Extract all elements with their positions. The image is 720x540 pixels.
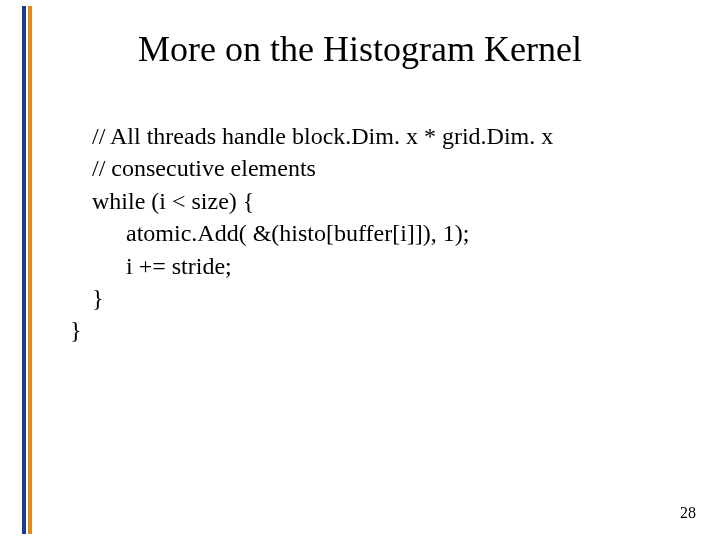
code-line: i += stride; xyxy=(70,250,680,282)
code-line: // All threads handle block.Dim. x * gri… xyxy=(70,120,680,152)
code-line: while (i < size) { xyxy=(70,185,680,217)
accent-bar-orange xyxy=(28,6,32,534)
code-line: // consecutive elements xyxy=(70,152,680,184)
slide-title: More on the Histogram Kernel xyxy=(0,28,720,70)
accent-bars xyxy=(22,6,38,534)
code-line: atomic.Add( &(histo[buffer[i]]), 1); xyxy=(70,217,680,249)
code-line: } xyxy=(70,282,680,314)
code-block: // All threads handle block.Dim. x * gri… xyxy=(70,120,680,347)
code-line: } xyxy=(70,314,680,346)
accent-bar-blue xyxy=(22,6,26,534)
page-number: 28 xyxy=(680,504,696,522)
